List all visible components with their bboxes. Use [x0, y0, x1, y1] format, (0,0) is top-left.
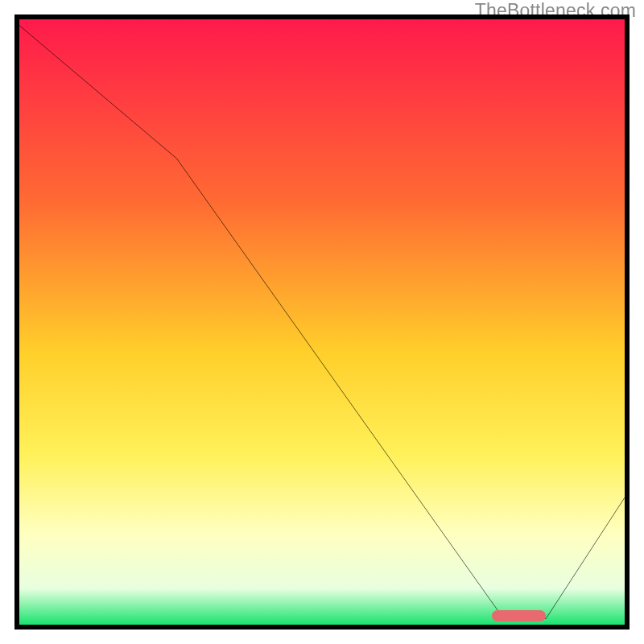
chart-frame	[14, 14, 630, 630]
heat-gradient-background	[19, 19, 625, 625]
svg-rect-0	[19, 19, 625, 625]
optimal-range-marker	[492, 610, 547, 621]
